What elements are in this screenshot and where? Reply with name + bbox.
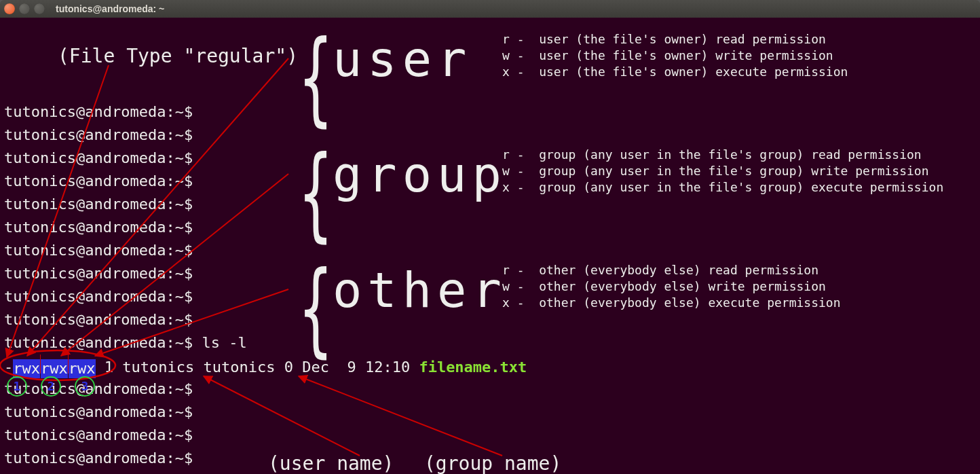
prompt-line: tutonics@andromeda:~$ bbox=[4, 311, 193, 328]
prompt-line: tutonics@andromeda:~$ bbox=[4, 334, 193, 351]
group-name-annotation: (group name) bbox=[424, 452, 561, 474]
perm-user: rwx bbox=[13, 359, 40, 378]
prompt-line: tutonics@andromeda:~$ bbox=[4, 265, 193, 282]
perm-other: rwx bbox=[69, 359, 96, 378]
marker-3: 3 bbox=[75, 376, 95, 397]
prompt-line: tutonics@andromeda:~$ bbox=[4, 380, 193, 397]
filetype-annotation: (File Type "regular") bbox=[58, 45, 298, 68]
ls-output-row: -rwxrwxrwx 1 tutonics tutonics 0 Dec 9 1… bbox=[4, 354, 976, 378]
prompt-line: tutonics@andromeda:~$ bbox=[4, 196, 193, 213]
section-title-other: other bbox=[333, 266, 507, 314]
section-title-user: user bbox=[333, 35, 472, 84]
brace-icon: { bbox=[299, 159, 333, 227]
brace-icon: { bbox=[299, 43, 333, 111]
titlebar: tutonics@andromeda: ~ bbox=[0, 0, 980, 18]
command-text: ls -l bbox=[202, 334, 246, 351]
perm-group: rwx bbox=[41, 359, 68, 378]
prompt-line: tutonics@andromeda:~$ bbox=[4, 242, 193, 259]
filetype-char: - bbox=[4, 359, 13, 376]
terminal-window: tutonics@andromeda: ~ bbox=[0, 0, 980, 474]
close-icon[interactable] bbox=[4, 3, 15, 14]
user-name-annotation: (user name) bbox=[268, 452, 394, 474]
file-name: filename.txt bbox=[419, 359, 527, 376]
user-perm-explain: r - user (the file's owner) read permiss… bbox=[502, 31, 848, 80]
group-perm-explain: r - group (any user in the file's group)… bbox=[502, 147, 943, 196]
prompt-line: tutonics@andromeda:~$ bbox=[4, 172, 193, 189]
minimize-icon[interactable] bbox=[19, 3, 30, 14]
prompt-line: tutonics@andromeda:~$ bbox=[4, 219, 193, 236]
marker-2: 2 bbox=[41, 376, 61, 397]
prompt-line: tutonics@andromeda:~$ bbox=[4, 149, 193, 166]
prompt-line: tutonics@andromeda:~$ bbox=[4, 403, 193, 420]
link-count: 1 bbox=[105, 359, 113, 376]
prompt-line: tutonics@andromeda:~$ bbox=[4, 126, 193, 143]
prompt-line: tutonics@andromeda:~$ bbox=[4, 288, 193, 305]
terminal[interactable]: tutonics@andromeda:~$ tutonics@andromeda… bbox=[0, 18, 980, 474]
prompt-line: tutonics@andromeda:~$ bbox=[4, 103, 193, 120]
file-size: 0 bbox=[284, 359, 293, 376]
prompt-line: tutonics@andromeda:~$ bbox=[4, 426, 193, 443]
marker-1: 1 bbox=[7, 376, 27, 397]
owner-group: tutonics bbox=[203, 359, 275, 376]
section-title-group: group bbox=[333, 150, 507, 199]
maximize-icon[interactable] bbox=[34, 3, 45, 14]
owner-user: tutonics bbox=[122, 359, 194, 376]
brace-icon: { bbox=[299, 274, 333, 342]
other-perm-explain: r - other (everybody else) read permissi… bbox=[502, 262, 841, 311]
prompt-line: tutonics@andromeda:~$ bbox=[4, 450, 193, 467]
window-title: tutonics@andromeda: ~ bbox=[56, 3, 164, 14]
